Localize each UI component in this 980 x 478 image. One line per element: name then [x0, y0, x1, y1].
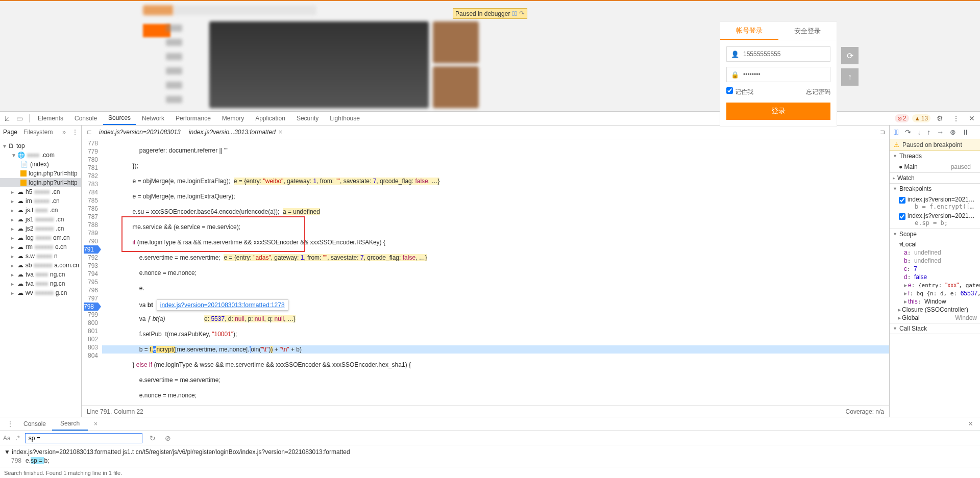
nav-more-icon[interactable]: ⋮ — [72, 129, 78, 136]
step-icon[interactable]: ↷ — [519, 10, 525, 17]
thread-main[interactable]: ● Mainpaused — [890, 162, 980, 171]
user-icon: 👤 — [731, 51, 739, 58]
resume-icon[interactable]: ▶⃓ — [512, 10, 517, 17]
breakpoints-header[interactable]: ▼Breakpoints — [890, 184, 980, 194]
refresh-side-button[interactable]: ⟳ — [841, 47, 859, 64]
tab-performance[interactable]: Performance — [170, 112, 216, 124]
tab-application[interactable]: Application — [250, 112, 290, 124]
refresh-search-icon[interactable]: ↻ — [148, 433, 158, 443]
step-over-button[interactable]: ↷ — [904, 127, 912, 137]
search-result-line[interactable]: 798e.sp = b; — [4, 457, 976, 465]
tab-console[interactable]: Console — [69, 112, 102, 124]
paused-message: ⚠Paused on breakpoint — [890, 139, 980, 151]
devtools: ⟀ ▭ Elements Console Sources Network Per… — [0, 111, 980, 478]
tab-security[interactable]: Security — [291, 112, 324, 124]
code-editor[interactable]: 7787797807817827837847857867877887897907… — [82, 139, 889, 406]
dock-left-icon[interactable]: ⊏ — [84, 127, 95, 138]
source-link-tooltip[interactable]: index.js?version=2021083013:formatted:12… — [157, 299, 288, 311]
more-icon[interactable]: ⋮ — [949, 112, 963, 124]
filesystem-tab[interactable]: Filesystem — [23, 129, 53, 136]
source-editor: ⊏ index.js?version=2021083013 index.js?v… — [82, 125, 889, 417]
watch-header[interactable]: ▸Watch — [890, 173, 980, 183]
resume-button[interactable]: ▶⃓ — [893, 127, 900, 137]
warning-icon: ⚠ — [894, 141, 899, 148]
pause-exceptions-button[interactable]: ⏸ — [961, 127, 970, 137]
close-search-icon[interactable]: × — [90, 418, 102, 430]
search-box-blur — [174, 5, 316, 15]
step-button[interactable]: → — [936, 127, 945, 137]
step-into-button[interactable]: ↓ — [916, 127, 922, 137]
tab-qr-login[interactable]: 安全登录 — [778, 22, 837, 40]
inspect-icon[interactable]: ⟀ — [2, 112, 12, 124]
file-tree[interactable]: ▼🗋 top ▼🌐 xxxx.com 📄 (index) login.php?u… — [0, 139, 81, 417]
deactivate-bp-button[interactable]: ⊗ — [949, 127, 957, 137]
editor-status-bar: Line 791, Column 22 Coverage: n/a — [82, 406, 889, 417]
hero-image-blur — [209, 21, 429, 108]
tab-memory[interactable]: Memory — [217, 112, 249, 124]
lock-icon: 🔒 — [731, 71, 739, 79]
username-input[interactable] — [743, 51, 826, 58]
close-drawer-icon[interactable]: × — [964, 417, 977, 431]
site-logo — [143, 5, 174, 15]
more-tabs-icon[interactable]: » — [62, 129, 66, 136]
regex-icon[interactable]: .* — [16, 435, 20, 442]
drawer-console-tab[interactable]: Console — [19, 418, 50, 430]
close-tab-icon[interactable]: × — [279, 129, 282, 136]
login-button[interactable]: 登录 — [726, 103, 830, 120]
console-drawer: ⋮ Console Search× × Aa .* ↻ ⊘ ▼ index.js… — [0, 417, 980, 478]
webpage-area: Paused in debugger ▶⃓ ↷ 帐号登录 安全登录 👤 🔒 记住… — [0, 0, 980, 111]
password-field[interactable]: 🔒 — [726, 67, 830, 82]
clear-search-icon[interactable]: ⊘ — [163, 433, 173, 443]
file-tab-2[interactable]: index.js?versio...3013:formatted× — [185, 126, 286, 138]
callstack-header[interactable]: ▼Call Stack — [890, 323, 980, 334]
warning-count-badge[interactable]: ▲ 13 — [912, 114, 930, 122]
top-side-button[interactable]: ↑ — [841, 68, 859, 86]
drawer-search-tab[interactable]: Search — [52, 417, 88, 431]
login-panel: 帐号登录 安全登录 👤 🔒 记住我 忘记密码 登录 — [720, 21, 837, 127]
tab-network[interactable]: Network — [137, 112, 169, 124]
error-count-badge[interactable]: ⊘ 2 — [895, 114, 909, 122]
sources-navigator: Page Filesystem » ⋮ ▼🗋 top ▼🌐 xxxx.com 📄… — [0, 125, 82, 417]
line-gutter[interactable]: 7787797807817827837847857867877887897907… — [82, 139, 102, 406]
threads-header[interactable]: ▼Threads — [890, 151, 980, 161]
drawer-menu-icon[interactable]: ⋮ — [3, 418, 17, 430]
search-status: Search finished. Found 1 matching line i… — [0, 467, 980, 478]
search-results[interactable]: ▼ index.js?version=2021083013:formatted … — [0, 445, 980, 467]
username-field[interactable]: 👤 — [726, 46, 830, 62]
match-case-icon[interactable]: Aa — [3, 435, 11, 442]
tab-account-login[interactable]: 帐号登录 — [720, 22, 778, 40]
page-tab[interactable]: Page — [3, 129, 17, 136]
password-input[interactable] — [743, 71, 826, 78]
search-result-file[interactable]: ▼ index.js?version=2021083013:formatted … — [4, 447, 976, 457]
file-tab-1[interactable]: index.js?version=2021083013 — [95, 126, 185, 138]
debugger-toolbar: ▶⃓ ↷ ↓ ↑ → ⊗ ⏸ — [890, 125, 980, 139]
tab-lighthouse[interactable]: Lighthouse — [325, 112, 365, 124]
tab-sources[interactable]: Sources — [103, 112, 136, 125]
breakpoint-2[interactable]: index.js?version=20210830l…e.sp = b; — [890, 211, 980, 228]
dock-right-icon[interactable]: ⊐ — [878, 127, 887, 138]
step-out-button[interactable]: ↑ — [926, 127, 932, 137]
settings-icon[interactable]: ⚙ — [934, 112, 946, 124]
forgot-password-link[interactable]: 忘记密码 — [806, 88, 830, 96]
paused-in-debugger-badge: Paused in debugger ▶⃓ ↷ — [453, 8, 527, 19]
remember-me[interactable]: 记住我 — [726, 87, 753, 96]
coverage-status: Coverage: n/a — [846, 408, 884, 415]
tab-elements[interactable]: Elements — [33, 112, 68, 124]
search-input[interactable] — [25, 433, 142, 443]
debugger-panel: ▶⃓ ↷ ↓ ↑ → ⊗ ⏸ ⚠Paused on breakpoint ▼Th… — [889, 125, 980, 417]
scope-header[interactable]: ▼Scope — [890, 229, 980, 239]
search-bar: Aa .* ↻ ⊘ — [0, 431, 980, 445]
close-devtools-icon[interactable]: ✕ — [966, 112, 978, 124]
breakpoint-1[interactable]: index.js?version=20210830l…b = f.encrypt… — [890, 195, 980, 211]
cursor-position: Line 791, Column 22 — [87, 408, 143, 415]
device-icon[interactable]: ▭ — [13, 112, 26, 124]
